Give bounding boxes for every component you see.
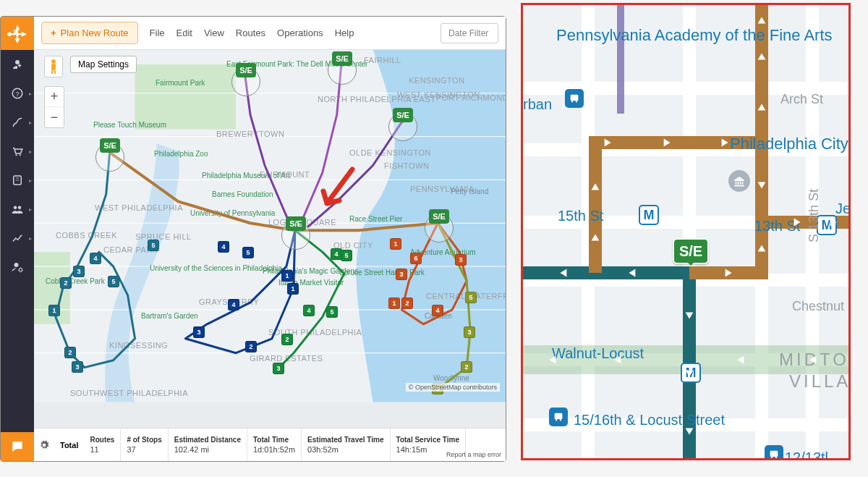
route-stop-marker[interactable]: 6 xyxy=(410,253,422,264)
map-attribution: © OpenStreetMap contributors xyxy=(406,383,500,392)
route-stop-marker[interactable]: 2 xyxy=(60,277,72,289)
direction-arrow-icon xyxy=(791,216,804,229)
route-stop-marker[interactable]: 3 xyxy=(396,269,407,280)
se-marker[interactable]: S/E xyxy=(100,138,120,153)
direction-arrow-icon xyxy=(556,266,569,279)
route-stop-marker[interactable]: 2 xyxy=(401,297,413,309)
route-stop-marker[interactable]: 4 xyxy=(228,299,239,311)
sidebar: ?▸ ▸ ▸ ▸ ▸ ▸ xyxy=(1,17,34,461)
cart-icon[interactable]: ▸ xyxy=(1,137,34,166)
chat-icon[interactable] xyxy=(1,432,34,461)
route-stop-marker[interactable]: 5 xyxy=(148,240,159,251)
route-stop-marker[interactable]: 2 xyxy=(245,341,257,353)
direction-arrow-icon xyxy=(683,426,696,439)
routes-icon[interactable]: ▸ xyxy=(1,108,34,137)
zoom-inset: M M M S/E Pennsylvania Academy of the Fi… xyxy=(521,3,851,460)
route-stop-marker[interactable]: 4 xyxy=(90,253,101,264)
book-icon[interactable]: ▸ xyxy=(1,166,34,195)
app-logo[interactable] xyxy=(1,17,34,50)
summary-settings-icon[interactable] xyxy=(34,429,54,461)
direction-arrow-icon xyxy=(806,353,819,366)
svg-rect-24 xyxy=(54,70,56,74)
route-stop-marker[interactable]: 5 xyxy=(242,247,254,258)
se-marker[interactable]: S/E xyxy=(673,238,709,264)
zoom-map-label: Chestnut St xyxy=(792,299,851,314)
zoom-map-label: Pennsylvania Academy of the Fine Arts xyxy=(556,27,773,44)
streetview-pegman[interactable] xyxy=(44,56,63,77)
direction-arrow-icon xyxy=(719,136,732,149)
route-stop-marker[interactable]: 3 xyxy=(464,326,475,338)
route-stop-marker[interactable]: 4 xyxy=(432,305,443,316)
route-stop-marker[interactable]: 1 xyxy=(287,283,299,295)
zoom-map-label: Walnut-Locust xyxy=(552,345,644,362)
route-stop-marker[interactable]: 2 xyxy=(64,347,76,358)
route-stop-marker[interactable]: 1 xyxy=(388,297,400,309)
map-canvas[interactable]: Map Settings + − East Fairmount Park: Th… xyxy=(34,50,506,428)
se-marker[interactable]: S/E xyxy=(286,216,306,231)
direction-arrow-icon xyxy=(683,368,696,381)
route-stop-marker[interactable]: 5 xyxy=(465,292,477,303)
route-stop-marker[interactable]: 4 xyxy=(303,305,315,316)
route-stop-marker[interactable]: 1 xyxy=(281,270,293,282)
help-icon[interactable]: ?▸ xyxy=(1,79,34,108)
svg-rect-45 xyxy=(771,457,773,458)
route-stop-marker[interactable]: 1 xyxy=(48,305,60,316)
menu-view[interactable]: View xyxy=(204,28,224,38)
direction-arrow-icon xyxy=(661,136,674,149)
zoom-map-label: 15th St xyxy=(558,208,603,224)
se-marker[interactable]: S/E xyxy=(236,63,256,77)
svg-rect-22 xyxy=(51,64,56,70)
route-stop-marker[interactable]: 5 xyxy=(341,250,352,261)
svg-rect-12 xyxy=(135,64,237,130)
svg-point-3 xyxy=(20,154,21,156)
report-map-error-link[interactable]: Report a map error xyxy=(446,451,501,458)
svg-text:?: ? xyxy=(15,90,20,98)
menu-edit[interactable]: Edit xyxy=(176,28,192,38)
svg-rect-43 xyxy=(560,419,561,421)
route-stop-marker[interactable]: 3 xyxy=(72,361,83,373)
summary-routes: Routes11 xyxy=(84,429,121,461)
menu-routes[interactable]: Routes xyxy=(236,28,265,38)
route-stop-marker[interactable]: 2 xyxy=(461,361,472,373)
route-stop-marker[interactable]: 2 xyxy=(281,334,293,345)
add-user-icon[interactable] xyxy=(1,50,34,79)
menu-help[interactable]: Help xyxy=(335,28,354,38)
svg-point-9 xyxy=(14,263,19,267)
se-marker[interactable]: S/E xyxy=(332,51,352,66)
top-toolbar: + Plan New Route File Edit View Routes O… xyxy=(34,17,506,50)
svg-rect-39 xyxy=(571,101,573,102)
zoom-map-label: Je xyxy=(835,200,851,217)
route-stop-marker[interactable]: 4 xyxy=(218,241,229,253)
zoom-in-button[interactable]: + xyxy=(45,87,64,107)
route-stop-marker[interactable]: 3 xyxy=(193,326,205,338)
menu-operations[interactable]: Operations xyxy=(277,28,323,38)
map-settings-button[interactable]: Map Settings xyxy=(70,56,137,73)
menu-file[interactable]: File xyxy=(150,28,165,38)
svg-point-8 xyxy=(18,206,22,210)
direction-arrow-icon xyxy=(723,266,736,279)
plan-new-route-button[interactable]: + Plan New Route xyxy=(41,22,138,44)
se-marker[interactable]: S/E xyxy=(429,209,449,224)
route-stop-marker[interactable]: 3 xyxy=(455,254,467,266)
route-stop-marker[interactable]: 5 xyxy=(326,306,338,318)
direction-arrow-icon xyxy=(589,180,602,193)
user-settings-icon[interactable] xyxy=(1,253,34,282)
direction-arrow-icon xyxy=(755,49,768,62)
route-stop-marker[interactable]: 3 xyxy=(73,266,85,277)
summary-stops: # of Stops37 xyxy=(121,429,168,461)
date-filter-input[interactable]: Date Filter xyxy=(441,23,498,43)
zoom-out-button[interactable]: − xyxy=(45,107,64,127)
direction-arrow-icon xyxy=(755,13,768,26)
route-planner-app: ?▸ ▸ ▸ ▸ ▸ ▸ + Plan New Route File Edit … xyxy=(0,16,506,462)
analytics-icon[interactable]: ▸ xyxy=(1,224,34,253)
direction-arrow-icon xyxy=(602,136,615,149)
route-stop-marker[interactable]: 1 xyxy=(390,238,401,250)
route-stop-marker[interactable]: 3 xyxy=(273,363,284,374)
summary-bar: Total Routes11 # of Stops37 Estimated Di… xyxy=(34,428,506,461)
route-stop-marker[interactable]: 5 xyxy=(108,276,119,287)
bus-stop-icon xyxy=(765,445,783,460)
se-marker[interactable]: S/E xyxy=(393,108,413,122)
svg-rect-41 xyxy=(555,413,563,420)
team-icon[interactable]: ▸ xyxy=(1,195,34,224)
direction-arrow-icon xyxy=(589,230,602,243)
